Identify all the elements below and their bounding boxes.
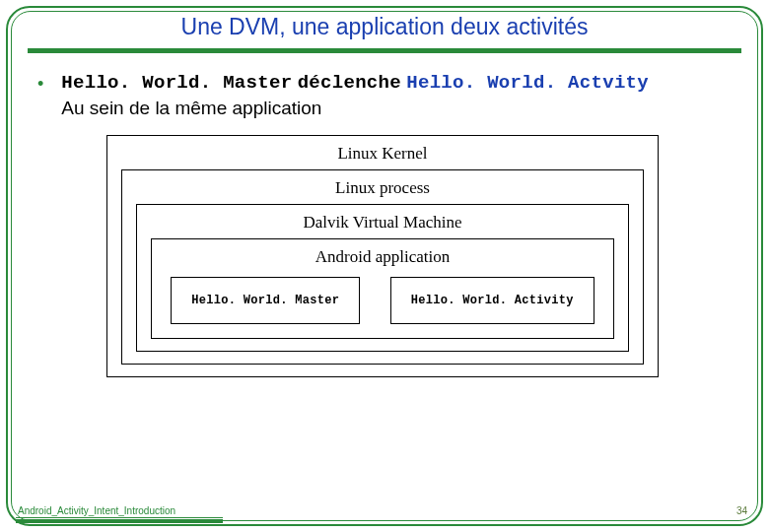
page-number: 34 [736,505,747,516]
footer-accent-bar [16,519,223,523]
slide-outer-border [6,6,763,526]
footer-path: Android_Activity_Intent_Introduction [18,505,175,516]
slide-inner-border [11,11,758,521]
